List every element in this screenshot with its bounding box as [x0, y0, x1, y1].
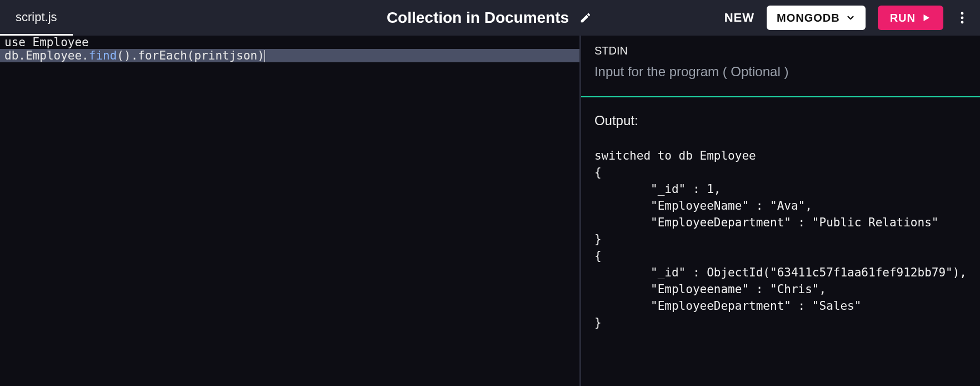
stdin-input[interactable]	[594, 64, 967, 80]
svg-point-1	[961, 12, 964, 15]
main-area: use Employeedb.Employee.find().forEach(p…	[0, 36, 980, 386]
io-pane: STDIN Output: switched to db Employee { …	[579, 36, 980, 386]
code-token: Employee	[26, 49, 82, 62]
run-button[interactable]: RUN	[878, 6, 943, 30]
svg-point-3	[961, 21, 964, 24]
text-cursor	[264, 50, 265, 62]
code-token: )	[257, 49, 264, 62]
right-controls: NEW MONGODB RUN	[724, 6, 980, 30]
top-bar: script.js Collection in Documents NEW MO…	[0, 0, 980, 36]
kebab-menu-icon	[961, 11, 964, 24]
new-button[interactable]: NEW	[724, 11, 754, 25]
database-selector[interactable]: MONGODB	[767, 6, 866, 30]
database-selector-label: MONGODB	[777, 12, 840, 24]
svg-point-2	[961, 17, 964, 19]
code-token: ()	[117, 49, 131, 62]
chevron-down-icon	[846, 13, 856, 23]
code-token: (	[187, 49, 194, 62]
pencil-icon	[579, 12, 592, 24]
code-token: use	[4, 36, 33, 49]
code-editor[interactable]: use Employeedb.Employee.find().forEach(p…	[0, 36, 579, 386]
code-line: db.Employee.find().forEach(printjson)	[0, 49, 579, 62]
run-button-label: RUN	[890, 12, 916, 24]
stdin-label: STDIN	[594, 44, 967, 57]
file-tab[interactable]: script.js	[0, 0, 73, 36]
play-icon	[921, 13, 931, 23]
output-section: Output: switched to db Employee { "_id" …	[581, 97, 980, 342]
code-token: find	[89, 49, 117, 62]
code-token: .	[82, 49, 89, 62]
code-line: use Employee	[0, 36, 579, 49]
code-token: Employee	[33, 36, 89, 49]
code-token: forEach	[138, 49, 187, 62]
more-menu-button[interactable]	[956, 6, 969, 30]
code-token: .	[131, 49, 138, 62]
page-title: Collection in Documents	[387, 9, 569, 27]
code-token: .	[18, 49, 26, 62]
edit-title-button[interactable]	[578, 10, 593, 26]
output-text: switched to db Employee { "_id" : 1, "Em…	[594, 147, 967, 331]
title-area: Collection in Documents	[387, 9, 593, 27]
code-token: db	[4, 49, 18, 62]
code-token: printjson	[194, 49, 257, 62]
output-label: Output:	[594, 113, 967, 128]
stdin-section: STDIN	[581, 36, 980, 97]
file-tab-label: script.js	[16, 10, 57, 24]
svg-marker-0	[924, 14, 930, 21]
